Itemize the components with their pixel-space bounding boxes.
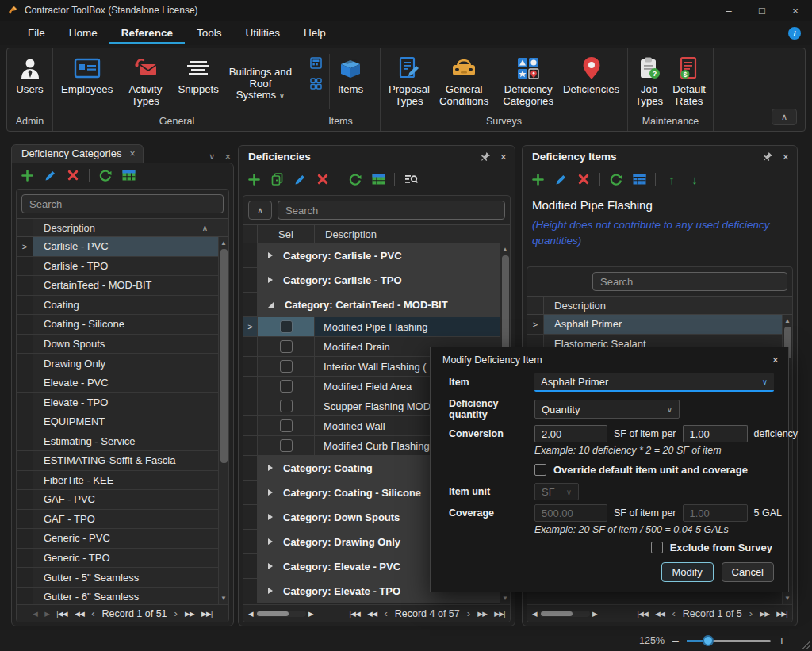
last-record-button[interactable]: ▶▶| bbox=[201, 610, 213, 618]
tabgroup-close-icon[interactable]: × bbox=[224, 151, 231, 163]
deficiency-row[interactable]: > Modified Pipe Flashing Modified Pipe F… bbox=[243, 317, 510, 337]
grid-view-button[interactable] bbox=[371, 172, 385, 186]
prev-record-button[interactable]: ‹ bbox=[384, 610, 387, 618]
category-row[interactable]: > Generic - TPO bbox=[17, 549, 228, 569]
prev-page-button[interactable]: ◀◀ bbox=[75, 610, 84, 618]
last-record-button[interactable]: ▶▶| bbox=[494, 610, 505, 618]
category-expander-icon[interactable] bbox=[268, 588, 273, 594]
job-types-button[interactable]: ? Job Types bbox=[630, 52, 668, 114]
add-deficiency-button[interactable] bbox=[247, 172, 261, 186]
proposal-types-button[interactable]: Proposal Types bbox=[384, 52, 435, 114]
employees-button[interactable]: Employees bbox=[56, 52, 117, 114]
scroll-down-icon[interactable]: ▼ bbox=[219, 593, 228, 603]
activity-types-button[interactable]: Activity Types bbox=[117, 52, 173, 114]
category-row[interactable]: > Generic - PVC bbox=[17, 529, 228, 549]
conversion-per-input[interactable] bbox=[683, 425, 748, 442]
category-row[interactable]: > Elevate - PVC bbox=[17, 373, 228, 393]
info-icon[interactable]: i bbox=[788, 27, 801, 40]
items-search-input[interactable] bbox=[592, 272, 787, 291]
prev-page-button[interactable]: ◀◀ bbox=[655, 610, 665, 618]
deficiency-row[interactable]: > Category: Carlisle - TPO Category: Car… bbox=[243, 268, 510, 293]
maximize-button[interactable]: □ bbox=[745, 0, 779, 21]
description-column-header[interactable]: Description ∧ bbox=[33, 219, 228, 236]
zoom-in-button[interactable]: + bbox=[779, 634, 785, 647]
deficiency-quantity-combobox[interactable]: Quantity ∨ bbox=[534, 400, 680, 419]
edit-item-button[interactable] bbox=[553, 172, 568, 186]
sel-checkbox[interactable] bbox=[280, 380, 293, 393]
zoom-slider-thumb[interactable] bbox=[703, 635, 714, 646]
add-category-button[interactable] bbox=[20, 168, 34, 182]
scroll-left-icon[interactable]: ◀ bbox=[532, 610, 537, 618]
item-categories-button[interactable] bbox=[308, 76, 323, 90]
sel-checkbox[interactable] bbox=[280, 320, 293, 333]
categories-search-input[interactable] bbox=[21, 194, 224, 213]
scroll-up-icon[interactable]: ▲ bbox=[500, 244, 510, 255]
category-row[interactable]: > GAF - TPO bbox=[17, 510, 228, 530]
deficiencies-search-input[interactable] bbox=[278, 201, 505, 220]
prev-record-button[interactable]: ‹ bbox=[91, 610, 94, 618]
category-expander-icon[interactable] bbox=[268, 252, 273, 258]
scroll-down-icon[interactable]: ▼ bbox=[783, 593, 792, 603]
panel-close-icon[interactable]: × bbox=[783, 151, 789, 163]
dialog-close-icon[interactable]: × bbox=[772, 354, 779, 366]
category-row[interactable]: > FiberTite - KEE bbox=[17, 471, 228, 491]
deficiency-categories-button[interactable]: Deficiency Categories bbox=[498, 52, 558, 114]
duplicate-deficiency-button[interactable] bbox=[270, 172, 284, 186]
next-record-button[interactable]: › bbox=[467, 610, 470, 618]
buildings-roof-systems-button[interactable]: Buildings and Roof Systems ∨ bbox=[224, 52, 297, 114]
scroll-up-icon[interactable]: ▲ bbox=[783, 316, 792, 326]
category-expander-icon[interactable] bbox=[268, 465, 273, 471]
refresh-deficiencies-button[interactable] bbox=[348, 172, 362, 186]
next-record-button[interactable]: › bbox=[749, 610, 753, 618]
next-page-button[interactable]: ▶▶ bbox=[185, 610, 194, 618]
item-combobox[interactable]: Asphalt Primer ∨ bbox=[534, 373, 774, 392]
resize-grip[interactable] bbox=[801, 640, 810, 649]
prev-record-button[interactable]: ‹ bbox=[672, 610, 675, 618]
sel-column-header[interactable]: Sel bbox=[258, 225, 315, 243]
edit-category-button[interactable] bbox=[43, 168, 57, 182]
menu-help[interactable]: Help bbox=[292, 22, 338, 44]
scroll-down-icon[interactable]: ▼ bbox=[500, 593, 510, 603]
panel-close-icon[interactable]: × bbox=[500, 151, 507, 163]
prev-page-button[interactable]: ◀◀ bbox=[367, 610, 377, 618]
category-row[interactable]: > Gutter - 5" Seamless bbox=[17, 568, 228, 588]
category-expander-icon[interactable] bbox=[268, 538, 273, 545]
deficiency-row[interactable]: > Category: Carlisle - PVC Category: Car… bbox=[243, 243, 510, 268]
category-row[interactable]: > Coating - Silicone bbox=[17, 315, 228, 335]
conversion-value-input[interactable] bbox=[534, 425, 607, 442]
collapse-all-button[interactable]: ∧ bbox=[248, 201, 272, 220]
horizontal-scrollbar[interactable]: ◀ ▶ bbox=[248, 610, 313, 618]
scroll-right-icon[interactable]: ▶ bbox=[592, 610, 597, 618]
grid-view-button[interactable] bbox=[632, 172, 646, 186]
category-row[interactable]: > Elevate - TPO bbox=[17, 393, 228, 412]
cancel-button[interactable]: Cancel bbox=[722, 562, 774, 582]
pin-icon[interactable] bbox=[481, 151, 491, 162]
delete-category-button[interactable] bbox=[66, 168, 80, 182]
sel-checkbox[interactable] bbox=[280, 400, 293, 412]
menu-file[interactable]: File bbox=[16, 22, 57, 44]
next-record-button[interactable]: › bbox=[174, 610, 178, 618]
category-row[interactable]: > Down Spouts bbox=[17, 335, 228, 354]
modify-button[interactable]: Modify bbox=[661, 562, 714, 582]
category-group-row[interactable]: Category: Carlisle - TPO bbox=[258, 268, 510, 292]
refresh-items-button[interactable] bbox=[609, 172, 623, 186]
sel-checkbox[interactable] bbox=[280, 439, 293, 452]
left-vertical-scrollbar[interactable]: ▲ ▼ bbox=[218, 237, 228, 604]
delete-deficiency-button[interactable] bbox=[316, 172, 330, 186]
zoom-out-button[interactable]: – bbox=[672, 634, 679, 647]
category-row[interactable]: > ESTIMATING-Soffit & Fascia bbox=[17, 451, 228, 471]
deficiency-row[interactable]: > Category: CertainTeed - MOD-BIT Catego… bbox=[243, 293, 510, 317]
items-button[interactable]: Items bbox=[332, 52, 369, 114]
pin-icon[interactable] bbox=[763, 151, 773, 162]
next-page-button[interactable]: ▶▶ bbox=[760, 610, 769, 618]
item-row[interactable]: > Asphalt Primer bbox=[527, 315, 792, 335]
snippets-button[interactable]: Snippets bbox=[174, 52, 224, 114]
ribbon-collapse-button[interactable]: ∧ bbox=[772, 109, 797, 125]
add-item-button[interactable] bbox=[530, 172, 545, 186]
deficiencies-button[interactable]: Deficiencies bbox=[558, 52, 624, 114]
category-expander-icon[interactable] bbox=[268, 563, 273, 569]
sel-checkbox[interactable] bbox=[280, 360, 293, 373]
category-expander-icon[interactable] bbox=[268, 489, 273, 496]
description-column-header[interactable]: Description bbox=[544, 297, 792, 314]
override-checkbox[interactable] bbox=[534, 464, 546, 476]
